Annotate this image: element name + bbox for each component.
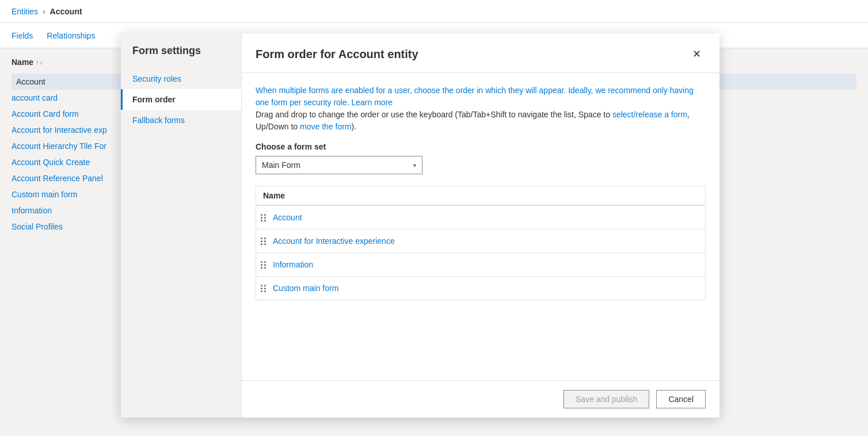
sidebar-item-fallback-forms[interactable]: Fallback forms [121, 110, 241, 131]
drag-handle-icon[interactable] [261, 261, 266, 269]
form-list-table: Name Account Account [256, 186, 706, 300]
sidebar-item-form-order[interactable]: Form order [121, 89, 241, 110]
form-list-row[interactable]: Account [256, 206, 705, 230]
form-set-dropdown[interactable]: Main Form ▾ [256, 156, 422, 174]
sidebar-title: Form settings [121, 45, 241, 68]
close-button[interactable]: ✕ [687, 45, 706, 63]
sort-down-arrow: ↓ [40, 59, 43, 66]
modal-title: Form order for Account entity [256, 48, 418, 61]
form-list-row[interactable]: Information [256, 253, 705, 277]
account-label: Account [50, 7, 82, 16]
sort-arrows[interactable]: ↑ ↓ [36, 59, 43, 66]
description-block: When multiple forms are enabled for a us… [256, 85, 706, 133]
entities-link[interactable]: Entities [12, 7, 38, 16]
modal-header: Form order for Account entity ✕ [242, 33, 719, 73]
nav-relationships[interactable]: Relationships [47, 25, 95, 46]
move-form-link[interactable]: move the form [300, 122, 351, 131]
form-list-row[interactable]: Custom main form [256, 277, 705, 300]
modal-dialog: Form settings Security roles Form order … [121, 33, 719, 418]
top-bar: Entities › Account [0, 0, 868, 23]
sidebar-item-security-roles[interactable]: Security roles [121, 68, 241, 89]
dropdown-selected-value: Main Form [262, 160, 300, 170]
modal-body: When multiple forms are enabled for a us… [242, 73, 719, 380]
nav-fields[interactable]: Fields [12, 25, 33, 46]
form-name-label: Custom main form [273, 284, 338, 293]
select-release-link[interactable]: select/release a form [612, 110, 687, 119]
drag-handle-icon[interactable] [261, 238, 266, 245]
breadcrumb: Entities › Account [12, 7, 82, 16]
desc-text-4: ). [352, 122, 357, 131]
learn-more-link[interactable]: Learn more [352, 98, 393, 107]
dropdown-arrow-icon: ▾ [413, 162, 416, 169]
sort-up-arrow: ↑ [36, 59, 39, 66]
breadcrumb-chevron: › [43, 7, 45, 16]
cancel-button[interactable]: Cancel [656, 390, 706, 408]
save-and-publish-button[interactable]: Save and publish [564, 390, 649, 408]
choose-form-label: Choose a form set [256, 142, 706, 151]
form-list-header: Name [256, 186, 705, 206]
form-name-label: Information [273, 260, 313, 269]
name-column-header: Name [263, 191, 285, 200]
form-name-label: Account [273, 213, 302, 222]
modal-sidebar: Form settings Security roles Form order … [121, 33, 242, 418]
modal-footer: Save and publish Cancel [242, 380, 719, 418]
sort-label: Name [12, 58, 33, 67]
desc-text-2: Drag and drop to change the order or use… [256, 110, 612, 119]
desc-text-1: When multiple forms are enabled for a us… [256, 86, 694, 107]
form-name-label: Account for Interactive experience [273, 236, 395, 246]
drag-handle-icon[interactable] [261, 285, 266, 292]
drag-handle-icon[interactable] [261, 214, 266, 221]
modal-content-area: Form order for Account entity ✕ When mul… [242, 33, 719, 418]
form-list-row[interactable]: Account for Interactive experience [256, 230, 705, 253]
